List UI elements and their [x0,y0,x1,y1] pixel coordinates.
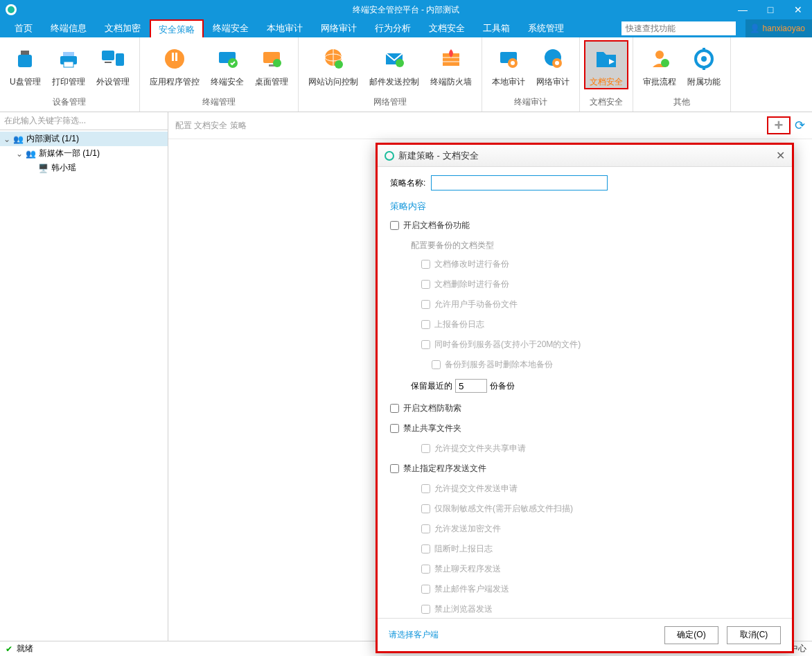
chk-no-mail-client[interactable] [421,585,430,594]
ribbon-network-audit[interactable]: 网络审计 [531,40,575,89]
menu-doc-encrypt[interactable]: 文档加密 [96,19,150,37]
ribbon-usb[interactable]: U盘管理 [4,40,46,89]
chk-disable-prog-send[interactable] [390,464,399,473]
ribbon-mail-control[interactable]: 邮件发送控制 [364,40,425,89]
status-text: 就绪 [17,643,33,655]
menu-terminal-security[interactable]: 终端安全 [204,19,258,37]
monitor-icon: 🖥️ [38,163,49,173]
menu-home[interactable]: 首页 [6,19,42,37]
svg-point-30 [555,61,559,65]
ribbon-group-label: 文档安全 [590,94,623,110]
chk-enable-backup[interactable] [390,221,399,230]
tree-child[interactable]: ⌄ 👥 新媒体一部 (1/1) [0,146,168,161]
svg-rect-4 [64,62,73,67]
menu-toolbox[interactable]: 工具箱 [474,19,519,37]
ribbon-peripheral[interactable]: 外设管理 [91,40,135,89]
svg-rect-0 [21,51,29,55]
chk-sync-server[interactable] [421,340,430,349]
svg-point-27 [511,61,515,65]
ribbon-group-device: U盘管理 打印管理 外设管理 设备管理 [0,37,140,112]
svg-rect-36 [703,66,705,70]
menu-security-policy[interactable]: 安全策略 [150,19,204,37]
ribbon-approval[interactable]: 审批流程 [637,40,682,89]
svg-rect-5 [102,51,114,60]
chk-backup-modify[interactable] [421,260,430,269]
tree-child-label: 新媒体一部 (1/1) [39,148,100,159]
refresh-icon[interactable]: ⟳ [795,118,805,133]
keep-recent-row: 保留最近的 份备份 [411,379,779,393]
group-icon: 👥 [26,149,37,159]
minimize-button[interactable]: — [729,0,757,19]
chk-allow-encrypted[interactable] [421,524,430,533]
ribbon-print[interactable]: 打印管理 [46,40,91,89]
chk-delete-local[interactable] [432,360,441,369]
menu-network-audit[interactable]: 网络审计 [312,19,366,37]
ribbon-addon[interactable]: 附属功能 [682,40,726,89]
add-policy-button[interactable]: + [767,116,791,134]
dialog-body[interactable]: 策略名称: 策略内容 开启文档备份功能 配置要备份的文档类型 文档修改时进行备份… [378,167,792,618]
menu-doc-security[interactable]: 文档安全 [420,19,474,37]
chk-anti-ransom[interactable] [390,404,399,413]
ribbon-desktop[interactable]: 桌面管理 [249,40,294,89]
chk-send-request[interactable] [421,484,430,493]
keep-count-input[interactable] [455,379,487,393]
ribbon-firewall[interactable]: 终端防火墙 [425,40,477,89]
ok-button[interactable]: 确定(O) [664,626,718,644]
ribbon-group-label: 其他 [673,94,690,110]
ribbon-group-label: 终端审计 [514,94,547,110]
svg-point-31 [655,51,664,59]
titlebar: 终端安全管控平台 - 内部测试 — □ ✕ [0,0,812,19]
cancel-button[interactable]: 取消(C) [727,626,781,644]
close-button[interactable]: ✕ [784,0,812,19]
chk-disable-share[interactable] [390,424,399,433]
dialog-title: 新建策略 - 文档安全 [398,150,479,162]
tree-leaf-label: 韩小瑶 [51,162,76,174]
select-client-link[interactable]: 请选择客户端 [389,629,439,641]
menu-behavior[interactable]: 行为分析 [366,19,420,37]
ribbon-group-docsec: 文档安全 文档安全 [580,37,633,112]
dialog-close-button[interactable]: ✕ [776,149,785,162]
svg-rect-7 [105,62,112,63]
svg-rect-2 [63,52,74,56]
collapse-icon[interactable]: ⌄ [3,134,11,144]
app-icon [6,4,17,15]
ribbon-web-control[interactable]: 网站访问控制 [303,40,364,89]
svg-rect-10 [175,53,177,61]
chk-no-im[interactable] [421,565,430,574]
ribbon-group-audit: 本地审计 网络审计 终端审计 [482,37,580,112]
chk-share-request[interactable] [421,444,430,453]
chk-backup-delete[interactable] [421,280,430,289]
ribbon-doc-security[interactable]: 文档安全 [584,40,628,89]
svg-rect-1 [18,55,32,67]
chk-no-browser[interactable] [421,605,430,614]
svg-point-34 [701,56,707,62]
chk-manual-backup[interactable] [421,300,430,309]
svg-point-21 [396,59,404,67]
collapse-icon[interactable]: ⌄ [15,149,24,159]
tree-root[interactable]: ⌄ 👥 内部测试 (1/1) [0,132,168,146]
dialog-titlebar: 新建策略 - 文档安全 ✕ [378,145,792,167]
tree-leaf[interactable]: 🖥️ 韩小瑶 [0,161,168,175]
ribbon-terminal-security[interactable]: 终端安全 [205,40,249,89]
ribbon-group-network: 网站访问控制 邮件发送控制 终端防火墙 网络管理 [299,37,482,112]
ribbon-app-control[interactable]: 应用程序管控 [144,40,205,89]
maximize-button[interactable]: □ [757,0,784,19]
svg-point-32 [661,59,669,67]
ribbon-local-audit[interactable]: 本地审计 [486,40,531,89]
menu-system[interactable]: 系统管理 [519,19,573,37]
chk-block-log[interactable] [421,544,430,553]
chk-upload-log[interactable] [421,320,430,329]
chk-sensitive-only[interactable] [421,504,430,513]
user-area[interactable]: 👤 hanxiaoyao [745,19,812,37]
ribbon-group-other: 审批流程 附属功能 其他 [633,37,731,112]
policy-name-input[interactable] [431,175,608,190]
search-input[interactable] [621,21,736,35]
user-icon: 👤 [750,24,760,33]
menu-terminal-info[interactable]: 终端信息 [42,19,96,37]
config-types-label: 配置要备份的文档类型 [411,240,779,251]
tree-filter-input[interactable]: 在此输入关键字筛选... [0,112,168,130]
status-check-icon: ✔ [6,644,12,654]
svg-rect-35 [703,48,705,52]
new-policy-dialog: 新建策略 - 文档安全 ✕ 策略名称: 策略内容 开启文档备份功能 配置要备份的… [376,143,794,653]
menu-local-audit[interactable]: 本地审计 [258,19,312,37]
